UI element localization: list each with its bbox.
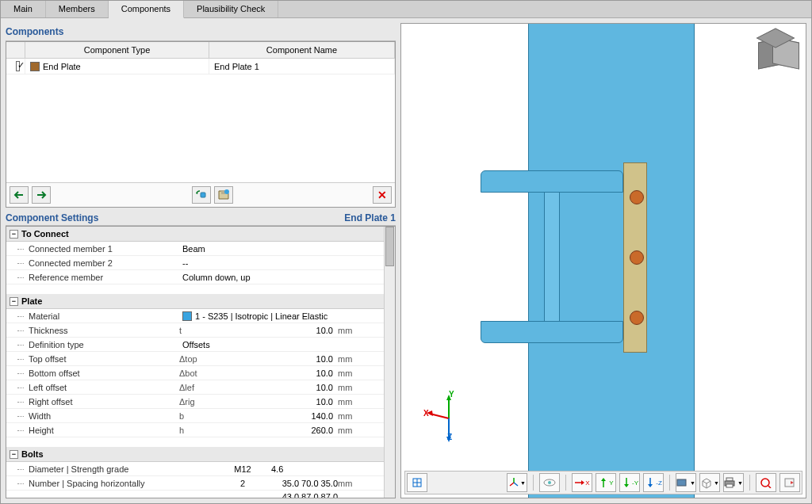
tab-main[interactable]: Main xyxy=(1,1,46,17)
svg-rect-28 xyxy=(726,484,733,487)
svg-rect-0 xyxy=(201,193,205,197)
collapse-icon[interactable]: − xyxy=(10,297,18,306)
print-button[interactable]: ▼ xyxy=(723,473,744,492)
beam-web xyxy=(544,190,560,325)
prop-right-offset: Right offset xyxy=(6,397,179,407)
beam-bottom-flange xyxy=(481,321,623,343)
col-type[interactable]: Component Type xyxy=(25,42,209,58)
component-color-swatch xyxy=(30,62,40,71)
svg-marker-20 xyxy=(601,478,606,481)
section-bolts[interactable]: − Bolts xyxy=(6,447,395,462)
tab-components[interactable]: Components xyxy=(109,1,184,18)
show-button[interactable] xyxy=(539,473,560,492)
view-toolbar: ▼ X Y -Y -Z xyxy=(404,471,802,494)
bolt xyxy=(630,190,644,204)
section-to-connect[interactable]: − To Connect xyxy=(6,227,395,242)
svg-point-16 xyxy=(548,481,551,484)
col-name[interactable]: Component Name xyxy=(209,42,395,58)
material-swatch xyxy=(182,311,192,321)
view-neg-y-button[interactable]: -Y xyxy=(619,473,640,492)
collapse-icon[interactable]: − xyxy=(10,450,18,459)
svg-line-13 xyxy=(510,483,514,486)
prop-diameter: Diameter | Strength grade xyxy=(6,464,179,474)
settings-title: Component Settings xyxy=(6,212,98,223)
axis-dropdown[interactable]: ▼ xyxy=(507,473,527,492)
navigation-cube[interactable] xyxy=(758,32,798,71)
view-x-button[interactable]: X xyxy=(572,473,592,492)
component-name-text: End Plate 1 xyxy=(209,59,395,74)
prop-connected-member-1: Connected member 1 xyxy=(6,244,179,254)
view-neg-z-button[interactable]: -Z xyxy=(643,473,664,492)
prop-reference-member: Reference member xyxy=(6,273,179,282)
table-row[interactable]: End Plate End Plate 1 xyxy=(6,59,395,74)
prop-top-offset: Top offset xyxy=(6,354,179,364)
components-toolbar: ✕ xyxy=(6,182,395,207)
tab-plausibility[interactable]: Plausibility Check xyxy=(184,1,278,17)
axis-z-label: Z xyxy=(447,433,452,441)
tabs-bar: Main Members Components Plausibility Che… xyxy=(1,1,811,18)
prop-width: Width xyxy=(6,411,179,421)
col-check xyxy=(6,42,25,58)
svg-line-30 xyxy=(768,486,771,488)
prop-definition-type: Definition type xyxy=(6,340,179,349)
prop-material: Material xyxy=(6,311,179,321)
view-y-button[interactable]: Y xyxy=(596,473,616,492)
svg-rect-26 xyxy=(726,478,733,481)
svg-marker-18 xyxy=(581,480,584,485)
isometric-view-button[interactable] xyxy=(407,473,427,492)
property-grid: − To Connect Connected member 1Beam Conn… xyxy=(6,226,396,498)
tab-members[interactable]: Members xyxy=(46,1,109,17)
prop-num-h: Number | Spacing horizontally xyxy=(6,479,179,488)
prop-bottom-offset: Bottom offset xyxy=(6,368,179,378)
scrollbar[interactable] xyxy=(384,227,395,498)
component-type-text: End Plate xyxy=(43,62,81,71)
close-viewport-button[interactable] xyxy=(779,473,800,492)
reset-view-button[interactable] xyxy=(756,473,776,492)
svg-marker-22 xyxy=(624,484,629,487)
prop-height: Height xyxy=(6,426,179,435)
components-grid: Component Type Component Name End Plate … xyxy=(6,41,396,208)
beam-top-flange xyxy=(481,170,623,193)
display-mode-button[interactable]: ▼ xyxy=(676,473,696,492)
collapse-icon[interactable]: − xyxy=(10,230,18,239)
prop-thickness: Thickness xyxy=(6,326,179,335)
bolt xyxy=(630,311,644,325)
move-left-button[interactable] xyxy=(10,186,29,204)
axis-x-label: X xyxy=(423,409,429,418)
axis-gizmo: Y X Z xyxy=(425,395,473,442)
svg-point-29 xyxy=(761,479,769,487)
apply-button[interactable] xyxy=(192,186,211,204)
section-plate[interactable]: − Plate xyxy=(6,294,395,309)
prop-left-offset: Left offset xyxy=(6,383,179,392)
save-button[interactable] xyxy=(214,186,233,204)
viewport-3d[interactable]: Y X Z ▼ X Y xyxy=(400,23,806,498)
svg-rect-25 xyxy=(677,479,686,486)
prop-connected-member-2: Connected member 2 xyxy=(6,258,179,268)
svg-point-2 xyxy=(224,189,229,194)
svg-marker-24 xyxy=(648,484,653,487)
settings-current: End Plate 1 xyxy=(344,212,396,223)
delete-button[interactable]: ✕ xyxy=(373,186,392,204)
wireframe-button[interactable]: ▼ xyxy=(699,473,720,492)
components-title: Components xyxy=(6,23,396,41)
row-checkbox[interactable] xyxy=(16,61,20,71)
prop-num-v: Number | Spacing vertically xyxy=(6,497,179,498)
bolt xyxy=(630,250,644,265)
axis-y-label: Y xyxy=(449,390,454,399)
move-right-button[interactable] xyxy=(32,186,51,204)
svg-line-14 xyxy=(514,483,518,486)
